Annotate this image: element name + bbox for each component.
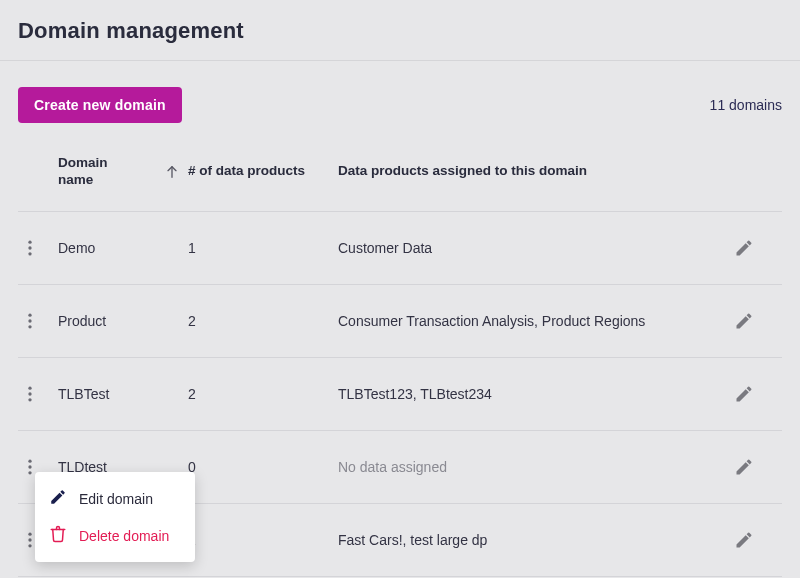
cell-domain-name: Product	[58, 284, 188, 357]
cell-product-count: 2	[188, 503, 338, 576]
cell-product-count: 0	[188, 430, 338, 503]
svg-point-1	[28, 240, 31, 243]
svg-point-4	[28, 313, 31, 316]
table-row: Product2Consumer Transaction Analysis, P…	[18, 284, 782, 357]
table-header-row: Domain name # of data products Data prod…	[18, 133, 782, 211]
row-context-menu: Edit domain Delete domain	[35, 472, 195, 562]
edit-row-icon[interactable]	[732, 236, 756, 260]
table-row: TLBTest2TLBTest123, TLBtest234	[18, 357, 782, 430]
svg-point-8	[28, 392, 31, 395]
cell-product-count: 2	[188, 284, 338, 357]
row-actions-icon[interactable]	[18, 309, 42, 333]
table-row: Demo1Customer Data	[18, 211, 782, 284]
cell-products: Consumer Transaction Analysis, Product R…	[338, 284, 732, 357]
cell-product-count: 2	[188, 357, 338, 430]
cell-domain-name: Demo	[58, 211, 188, 284]
svg-point-9	[28, 398, 31, 401]
sort-asc-icon[interactable]	[164, 164, 180, 180]
col-header-products[interactable]: Data products assigned to this domain	[338, 133, 732, 211]
svg-point-15	[28, 544, 31, 547]
svg-point-5	[28, 319, 31, 322]
svg-point-12	[28, 471, 31, 474]
svg-point-7	[28, 386, 31, 389]
edit-row-icon[interactable]	[732, 309, 756, 333]
cell-products: TLBTest123, TLBtest234	[338, 357, 732, 430]
menu-delete-domain[interactable]: Delete domain	[35, 517, 195, 554]
menu-delete-label: Delete domain	[79, 528, 169, 544]
page-header: Domain management	[0, 0, 800, 61]
pencil-icon	[49, 488, 67, 509]
svg-point-2	[28, 246, 31, 249]
col-header-count[interactable]: # of data products	[188, 133, 338, 211]
cell-domain-name: TLBTest	[58, 357, 188, 430]
cell-products: No data assigned	[338, 430, 732, 503]
cell-products: Fast Cars!, test large dp	[338, 503, 732, 576]
edit-row-icon[interactable]	[732, 455, 756, 479]
cell-products: Customer Data	[338, 211, 732, 284]
page-title: Domain management	[18, 18, 782, 44]
row-actions-icon[interactable]	[18, 382, 42, 406]
svg-point-14	[28, 538, 31, 541]
svg-point-6	[28, 325, 31, 328]
menu-edit-domain[interactable]: Edit domain	[35, 480, 195, 517]
trash-icon	[49, 525, 67, 546]
svg-point-11	[28, 465, 31, 468]
toolbar: Create new domain 11 domains	[0, 61, 800, 133]
create-domain-button[interactable]: Create new domain	[18, 87, 182, 123]
edit-row-icon[interactable]	[732, 382, 756, 406]
col-header-name-text: Domain name	[58, 155, 146, 189]
domain-count: 11 domains	[710, 97, 782, 113]
edit-row-icon[interactable]	[732, 528, 756, 552]
menu-edit-label: Edit domain	[79, 491, 153, 507]
col-header-name[interactable]: Domain name	[58, 133, 188, 211]
svg-point-13	[28, 532, 31, 535]
cell-product-count: 1	[188, 211, 338, 284]
svg-point-10	[28, 459, 31, 462]
row-actions-icon[interactable]	[18, 236, 42, 260]
svg-point-3	[28, 252, 31, 255]
